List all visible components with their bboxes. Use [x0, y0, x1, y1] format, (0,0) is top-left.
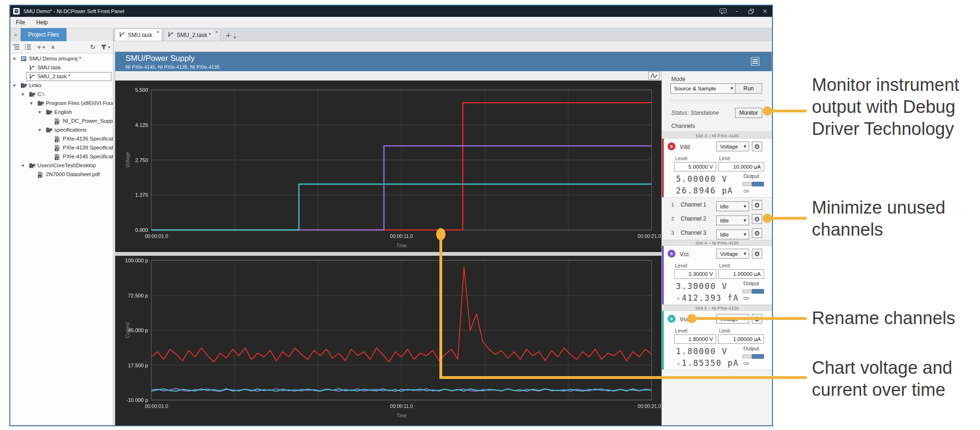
- y-tick-label: 45.000 p: [128, 327, 148, 333]
- tree-item-smu-2-task-[interactable]: SMU_2.task *: [10, 72, 113, 81]
- mode-dropdown[interactable]: Source & Sample ▼: [670, 83, 736, 94]
- channel-name[interactable]: Vss: [680, 316, 689, 323]
- menu-file[interactable]: File: [10, 17, 30, 28]
- tree-item-smu-demo-smuproj-[interactable]: ▼SMU Demo.smuproj *: [10, 54, 113, 63]
- collapse-all-icon[interactable]: [10, 41, 22, 53]
- channel-mode-dropdown[interactable]: Voltage▼: [716, 314, 749, 324]
- gear-icon[interactable]: ⚙: [752, 228, 762, 238]
- pdf-icon: [54, 145, 60, 152]
- list-view-icon[interactable]: [22, 41, 34, 53]
- channel-name[interactable]: Vdd: [680, 144, 690, 150]
- menu-help[interactable]: Help: [30, 17, 53, 28]
- expand-arrow-icon[interactable]: ▼: [38, 111, 41, 114]
- tree-item-users-coretest-desktop[interactable]: ▼Users\CoreTest\Desktop: [10, 161, 113, 170]
- expand-arrow-icon[interactable]: ▼: [30, 102, 32, 105]
- expand-arrow-icon[interactable]: ▼: [22, 164, 24, 168]
- project-files-tab[interactable]: Project Files: [21, 28, 67, 41]
- hamburger-menu-icon[interactable]: [751, 57, 759, 66]
- channel-mode-dropdown[interactable]: Idle▼: [716, 201, 749, 211]
- minimize-button[interactable]: –: [730, 6, 744, 17]
- annotation-line: current over time: [812, 379, 952, 401]
- channel-mode-dropdown[interactable]: Idle▼: [716, 215, 749, 225]
- new-tab-button[interactable]: +: [221, 31, 234, 41]
- channel-name[interactable]: Channel 1: [681, 201, 706, 208]
- expand-arrow-icon[interactable]: ▼: [13, 84, 15, 88]
- refresh-icon[interactable]: ↻: [87, 41, 98, 53]
- task-icon: [29, 74, 35, 81]
- filter-icon[interactable]: ▼: [98, 41, 113, 53]
- y-tick-label: 72.500 p: [128, 293, 148, 298]
- tree-item-c-[interactable]: ▼C:\: [10, 90, 113, 99]
- tree-item-label: C:\: [37, 91, 45, 97]
- channel-name[interactable]: Channel 2: [681, 215, 706, 222]
- gear-icon[interactable]: ⚙: [752, 249, 762, 259]
- feedback-bubble-icon[interactable]: [716, 6, 730, 17]
- channel-name[interactable]: Vcc: [680, 251, 689, 258]
- restore-button[interactable]: [744, 6, 758, 17]
- limit-input[interactable]: 1.00000 µA: [718, 334, 764, 344]
- tree-item-pxie-4139-specifications-pdf[interactable]: PXIe-4139 Specifications.pdf: [10, 143, 113, 152]
- tree-item-program-files-x86-ivi-founda-[interactable]: ▼Program Files (x86)\IVI Founda...: [10, 99, 113, 108]
- level-input[interactable]: 1.80000 V: [674, 334, 716, 344]
- remove-item-button[interactable]: ×: [48, 41, 59, 53]
- gear-icon[interactable]: ⚙: [752, 214, 762, 224]
- output-toggle[interactable]: [742, 354, 764, 359]
- folder-icon: [29, 163, 36, 169]
- tree-item-label: Program Files (x86)\IVI Founda...: [46, 100, 113, 106]
- tree-item-pxie-4135-specifications-pdf[interactable]: PXIe-4135 Specifications.pdf: [10, 134, 113, 143]
- tree-item-links[interactable]: ▼Links: [10, 81, 113, 90]
- tree-item-pxie-4145-specifications-pdf[interactable]: PXIe-4145 Specifications.pdf: [10, 152, 113, 161]
- chevron-down-icon: ▼: [744, 233, 746, 237]
- tree-item-ni-dc-power-supplies-he-[interactable]: NI_DC_Power_Supplies_He...: [10, 117, 113, 126]
- current-chart[interactable]: 100.000 p72.500 p45.000 p17.500 p-10.000…: [115, 256, 661, 425]
- chevron-down-icon: ▼: [744, 205, 746, 208]
- channel-index: 2: [671, 216, 674, 222]
- tab-smu-2-task-[interactable]: SMU_2.task *×: [163, 29, 221, 41]
- expand-arrow-icon[interactable]: ▼: [38, 128, 41, 132]
- channel-color-stripe: [662, 139, 664, 197]
- level-label: Level: [675, 156, 687, 161]
- level-label: Level: [675, 328, 687, 334]
- tab-close-icon[interactable]: ×: [215, 30, 219, 34]
- level-input[interactable]: 5.00000 V: [674, 162, 716, 171]
- x-tick-label: 00:00:01.0: [145, 403, 168, 409]
- gear-icon[interactable]: ⚙: [752, 200, 762, 210]
- tree-item-english[interactable]: ▼English: [10, 108, 113, 117]
- tree-item-specifications[interactable]: ▼specifications: [10, 126, 113, 134]
- channel-number-badge: 0: [668, 142, 676, 150]
- output-toggle[interactable]: [742, 182, 764, 186]
- channel-mode-dropdown[interactable]: Voltage▼: [716, 141, 749, 151]
- tab-smu-task[interactable]: SMU.task×: [115, 29, 162, 41]
- tree-item-smu-task[interactable]: SMU.task: [10, 63, 113, 72]
- voltage-chart[interactable]: 5.5004.1252.7501.3750.00000:00:01.000:00…: [115, 81, 661, 252]
- project-files-panel: « Project Files +▼ × ↻ ▼ ▼SMU Demo.smupr…: [10, 28, 113, 425]
- channel-mode-dropdown[interactable]: Idle▼: [716, 230, 749, 239]
- channel-mode-dropdown[interactable]: Voltage▼: [716, 249, 749, 259]
- expand-arrow-icon[interactable]: ▼: [22, 93, 24, 96]
- limit-input[interactable]: 1.00000 µA: [718, 269, 764, 279]
- tree-item-2n7000-datasheet-pdf[interactable]: 2N7000 Datasheet.pdf: [10, 170, 113, 179]
- limit-label: Limit: [719, 263, 730, 268]
- annotation-2: Minimize unusedchannels: [812, 197, 945, 241]
- expand-arrow-icon[interactable]: ▼: [13, 57, 15, 61]
- new-tab-caret-icon[interactable]: ▼: [234, 36, 236, 41]
- gear-icon[interactable]: ⚙: [752, 141, 762, 151]
- output-toggle[interactable]: [742, 289, 764, 294]
- channel-name[interactable]: Channel 3: [681, 230, 706, 236]
- level-input[interactable]: 3.30000 V: [674, 269, 716, 279]
- y-tick-label: 4.125: [135, 122, 148, 128]
- collapse-panel-button[interactable]: «: [10, 28, 21, 41]
- y-tick-label: 100.000 p: [125, 258, 148, 263]
- pdf-icon: [54, 118, 60, 126]
- close-button[interactable]: ×: [758, 6, 772, 17]
- add-item-button[interactable]: +▼: [34, 41, 48, 53]
- monitor-button[interactable]: Monitor: [735, 108, 762, 118]
- limit-input[interactable]: 10.0000 µA: [718, 162, 764, 171]
- gear-icon[interactable]: ⚙: [752, 314, 762, 324]
- graph-tools-button[interactable]: [648, 72, 660, 80]
- run-button[interactable]: Run: [735, 83, 762, 94]
- tab-close-icon[interactable]: ×: [156, 30, 160, 34]
- channel-mode-value: Idle: [720, 204, 729, 209]
- annotation-line: channels: [812, 219, 945, 241]
- title-bar: SMU Demo* - NI-DCPower Soft Front Panel …: [10, 6, 772, 17]
